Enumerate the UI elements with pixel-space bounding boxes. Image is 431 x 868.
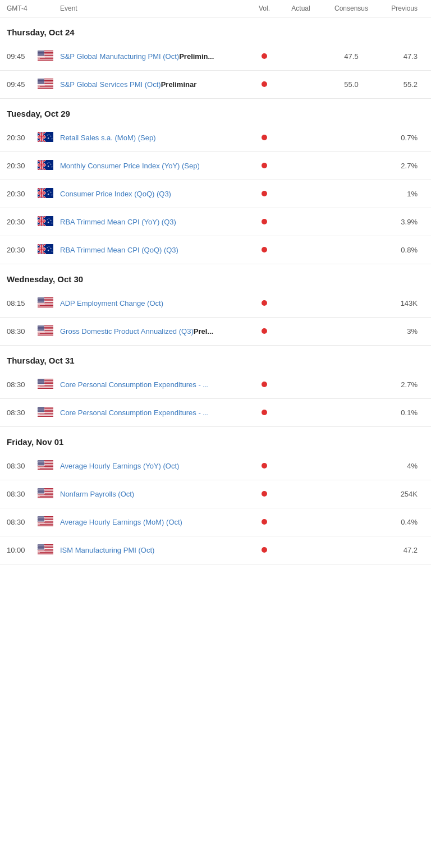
event-time: 10:00 [7, 546, 38, 554]
event-name[interactable]: ISM Manufacturing PMI (Oct) [60, 546, 250, 554]
table-row[interactable]: 08:30 Gross Domestic Product Annualized … [0, 318, 431, 346]
svg-point-253 [42, 300, 42, 301]
svg-point-27 [39, 53, 39, 53]
svg-point-31 [43, 53, 44, 53]
svg-point-270 [40, 304, 40, 304]
svg-point-719 [41, 550, 42, 551]
table-row[interactable]: 08:30 Core Personal Consumption Expendit… [0, 399, 431, 427]
vol-indicator [250, 380, 278, 389]
svg-point-472 [38, 415, 38, 415]
svg-point-709 [43, 548, 44, 549]
svg-point-595 [39, 495, 40, 495]
svg-point-259 [41, 301, 42, 302]
header-vol: Vol. [250, 4, 278, 12]
svg-point-575 [44, 491, 44, 492]
svg-point-726 [43, 551, 43, 552]
svg-point-526 [40, 466, 40, 467]
svg-point-496 [40, 461, 41, 462]
svg-point-530 [38, 467, 39, 467]
svg-point-257 [39, 301, 39, 302]
svg-point-568 [42, 490, 43, 491]
svg-text:✦: ✦ [47, 192, 49, 196]
event-name[interactable]: S&P Global Services PMI (Oct)Preliminar [60, 80, 250, 89]
event-time: 08:30 [7, 408, 38, 417]
table-row[interactable]: 20:30 ✦ ✦ ✦ ✦ ✦ Consumer Price Index (Qo… [0, 180, 431, 208]
event-name[interactable]: ADP Employment Change (Oct) [60, 299, 250, 307]
svg-point-559 [39, 489, 40, 490]
svg-point-118 [42, 85, 43, 85]
svg-point-619 [41, 516, 42, 517]
table-row[interactable]: 10:00 ISM Manufacturing PMI (Oct)47.2 [0, 536, 431, 564]
table-row[interactable]: 08:30 Average Hourly Earnings (YoY) (Oct… [0, 452, 431, 480]
svg-point-340 [40, 332, 41, 333]
svg-point-455 [39, 412, 40, 412]
svg-point-46 [40, 56, 41, 56]
svg-point-627 [44, 517, 44, 518]
event-time: 20:30 [7, 218, 38, 226]
svg-rect-176 [41, 188, 42, 198]
svg-point-449 [39, 411, 39, 411]
svg-rect-487 [38, 460, 44, 466]
vol-indicator [250, 408, 278, 417]
table-row[interactable]: 20:30 ✦ ✦ ✦ ✦ ✦ Retail Sales s.a. (MoM) … [0, 124, 431, 152]
table-row[interactable]: 20:30 ✦ ✦ ✦ ✦ ✦ RBA Trimmed Mean CPI (Qo… [0, 236, 431, 264]
svg-point-684 [42, 544, 43, 545]
event-name[interactable]: Consumer Price Index (QoQ) (Q3) [60, 190, 250, 198]
table-row[interactable]: 08:30 Average Hourly Earnings (MoM) (Oct… [0, 508, 431, 536]
table-row[interactable]: 09:45 S&P Global Services PMI (Oct)Preli… [0, 71, 431, 99]
event-name[interactable]: Monthly Consumer Price Index (YoY) (Sep) [60, 162, 250, 170]
svg-point-103 [39, 82, 39, 83]
event-name[interactable]: Average Hourly Earnings (YoY) (Oct) [60, 462, 250, 470]
svg-point-579 [41, 492, 42, 493]
svg-point-408 [38, 387, 38, 387]
svg-point-513 [39, 464, 39, 465]
svg-point-62 [38, 58, 38, 59]
event-name[interactable]: S&P Global Manufacturing PMI (Oct)Prelim… [60, 52, 250, 61]
table-row[interactable]: 09:45 S&P Global Manufacturing PMI (Oct)… [0, 43, 431, 71]
table-row[interactable]: 08:30 Nonfarm Payrolls (Oct)254K [0, 480, 431, 508]
svg-point-557 [43, 488, 44, 489]
svg-point-404 [40, 385, 41, 386]
table-row[interactable]: 20:30 ✦ ✦ ✦ ✦ ✦ Monthly Consumer Price I… [0, 152, 431, 180]
svg-point-467 [39, 414, 40, 414]
svg-point-663 [44, 523, 44, 523]
svg-rect-550 [38, 498, 53, 498]
table-row[interactable]: 08:30 Core Personal Consumption Expendit… [0, 371, 431, 399]
svg-point-574 [43, 491, 43, 492]
svg-point-447 [44, 410, 44, 410]
table-row[interactable]: 08:15 ADP Employment Change (Oct)143K [0, 290, 431, 318]
svg-point-91 [39, 81, 39, 81]
event-name[interactable]: Nonfarm Payrolls (Oct) [60, 490, 250, 498]
header-actual: Actual [278, 4, 323, 12]
svg-point-296 [38, 325, 38, 326]
us-flag-icon [38, 516, 60, 528]
svg-point-512 [38, 464, 38, 465]
svg-point-646 [38, 521, 39, 522]
event-previous: 254K [379, 490, 424, 498]
svg-text:✦: ✦ [48, 162, 50, 164]
svg-point-364 [42, 379, 43, 379]
svg-point-585 [42, 493, 42, 494]
svg-point-680 [38, 544, 38, 545]
event-name[interactable]: RBA Trimmed Mean CPI (QoQ) (Q3) [60, 246, 250, 254]
svg-point-701 [42, 547, 42, 548]
svg-point-365 [43, 379, 44, 379]
table-row[interactable]: 20:30 ✦ ✦ ✦ ✦ ✦ RBA Trimmed Mean CPI (Yo… [0, 208, 431, 236]
event-name[interactable]: Average Hourly Earnings (MoM) (Oct) [60, 518, 250, 526]
svg-point-276 [40, 304, 41, 305]
svg-point-718 [40, 550, 40, 551]
header-previous: Previous [379, 4, 424, 12]
svg-point-233 [39, 297, 39, 298]
event-consensus: 55.0 [323, 80, 379, 89]
event-name[interactable]: Core Personal Consumption Expenditures -… [60, 408, 250, 417]
event-name[interactable]: Core Personal Consumption Expenditures -… [60, 380, 250, 389]
svg-point-456 [40, 412, 41, 412]
svg-rect-546 [38, 494, 53, 495]
event-name[interactable]: RBA Trimmed Mean CPI (YoY) (Q3) [60, 218, 250, 226]
event-name[interactable]: Gross Domestic Product Annualized (Q3)Pr… [60, 327, 250, 336]
svg-point-631 [41, 518, 42, 519]
vol-dot-icon [262, 463, 267, 469]
event-previous: 2.7% [379, 380, 424, 389]
event-consensus: 47.5 [323, 52, 379, 61]
event-name[interactable]: Retail Sales s.a. (MoM) (Sep) [60, 134, 250, 142]
